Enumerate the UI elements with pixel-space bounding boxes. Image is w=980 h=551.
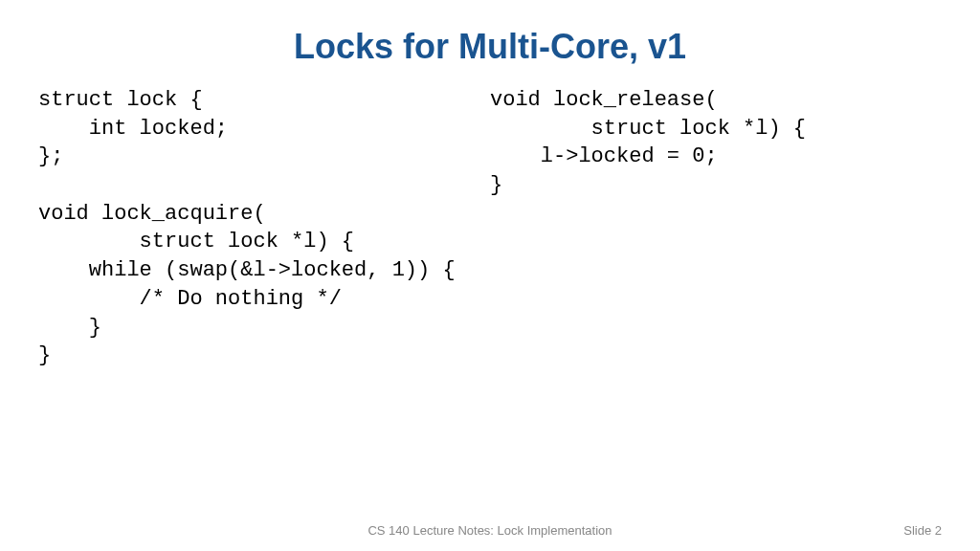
- slide-title: Locks for Multi-Core, v1: [0, 0, 980, 86]
- slide-content: struct lock { int locked; }; void lock_a…: [0, 86, 980, 370]
- footer-right: Slide 2: [903, 523, 942, 538]
- right-column: void lock_release( struct lock *l) { l->…: [490, 86, 942, 370]
- code-block-right: void lock_release( struct lock *l) { l->…: [490, 86, 942, 200]
- code-block-left: struct lock { int locked; }; void lock_a…: [38, 86, 490, 370]
- footer-center: CS 140 Lecture Notes: Lock Implementatio…: [368, 523, 612, 538]
- left-column: struct lock { int locked; }; void lock_a…: [38, 86, 490, 370]
- slide-footer: CS 140 Lecture Notes: Lock Implementatio…: [0, 523, 980, 538]
